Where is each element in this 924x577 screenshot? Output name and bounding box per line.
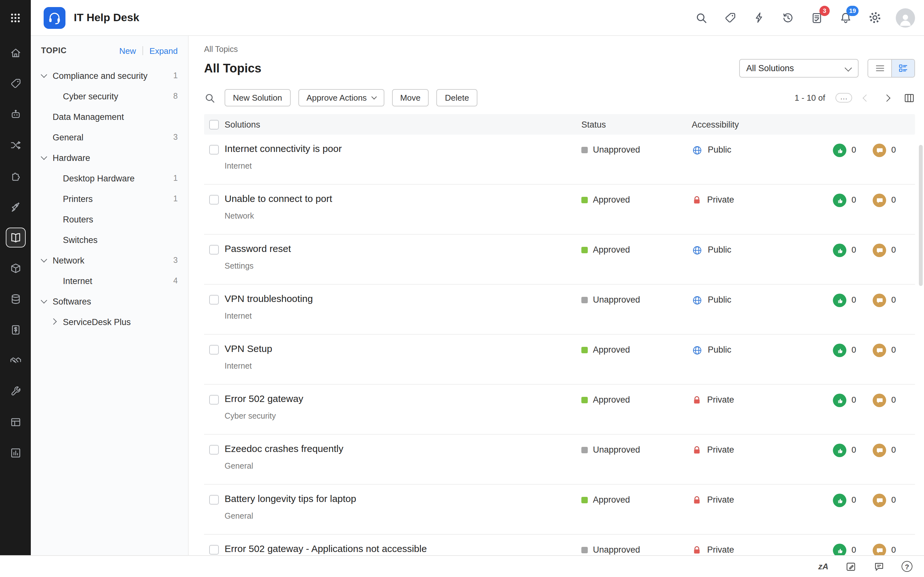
scrollbar[interactable]: [919, 145, 923, 551]
comments-cell[interactable]: 0: [873, 485, 915, 534]
table-row[interactable]: Error 502 gateway Cyber security Approve…: [204, 385, 915, 435]
automation-icon[interactable]: [0, 99, 31, 129]
search-icon[interactable]: [694, 10, 709, 25]
tree-chevron-icon[interactable]: [51, 175, 58, 181]
row-checkbox[interactable]: [209, 545, 219, 554]
table-row[interactable]: VPN Setup Internet Approved Public 0 0: [204, 335, 915, 385]
likes-cell[interactable]: 0: [833, 185, 873, 234]
chat-icon[interactable]: [873, 561, 885, 572]
solution-title[interactable]: Unable to connect to port: [225, 193, 582, 204]
row-checkbox[interactable]: [209, 295, 219, 305]
column-solutions[interactable]: Solutions: [225, 119, 582, 129]
table-row[interactable]: Unable to connect to port Network Approv…: [204, 185, 915, 235]
sidebar-topic-item[interactable]: Switches: [31, 229, 188, 250]
contracts-icon[interactable]: [0, 314, 31, 345]
likes-cell[interactable]: 0: [833, 235, 873, 284]
solution-title[interactable]: VPN troubleshooting: [225, 293, 582, 304]
prev-page-icon[interactable]: [860, 91, 873, 104]
tree-chevron-icon[interactable]: [51, 319, 58, 325]
table-row[interactable]: Internet connectivity is poor Internet U…: [204, 135, 915, 185]
new-topic-link[interactable]: New: [120, 46, 136, 55]
dashboards-icon[interactable]: [0, 406, 31, 437]
solution-title[interactable]: Error 502 gateway: [225, 393, 582, 404]
sidebar-topic-item[interactable]: Data Management: [31, 106, 188, 127]
likes-cell[interactable]: 0: [833, 335, 873, 384]
tree-chevron-icon[interactable]: [51, 195, 58, 202]
apps-grid-icon[interactable]: [10, 0, 21, 36]
releases-icon[interactable]: [0, 191, 31, 222]
comments-cell[interactable]: 0: [873, 235, 915, 284]
purchases-icon[interactable]: [0, 345, 31, 376]
solutions-filter-select[interactable]: All Solutions: [739, 59, 859, 77]
sidebar-topic-item[interactable]: Routers: [31, 209, 188, 229]
sidebar-topic-item[interactable]: Cyber security 8: [31, 86, 188, 106]
table-row[interactable]: Error 502 gateway - Applications not acc…: [204, 535, 915, 555]
notifications-icon[interactable]: 19: [838, 10, 853, 25]
likes-cell[interactable]: 0: [833, 385, 873, 434]
likes-cell[interactable]: 0: [833, 435, 873, 484]
home-icon[interactable]: [0, 37, 31, 68]
requests-icon[interactable]: [0, 68, 31, 99]
table-row[interactable]: Battery longevity tips for laptop Genera…: [204, 485, 915, 535]
tree-chevron-icon[interactable]: [41, 298, 47, 305]
solution-title[interactable]: Error 502 gateway - Applications not acc…: [225, 543, 582, 554]
likes-cell[interactable]: 0: [833, 135, 873, 184]
comments-cell[interactable]: 0: [873, 385, 915, 434]
comments-cell[interactable]: 0: [873, 185, 915, 234]
solution-title[interactable]: Password reset: [225, 243, 582, 254]
delete-button[interactable]: Delete: [437, 89, 477, 106]
likes-cell[interactable]: 0: [833, 535, 873, 555]
table-row[interactable]: Ezeedoc crashes frequently General Unapp…: [204, 435, 915, 485]
solution-title[interactable]: VPN Setup: [225, 343, 582, 354]
integrations-icon[interactable]: [0, 160, 31, 191]
zia-translate-icon[interactable]: zA: [818, 562, 829, 571]
table-row[interactable]: VPN troubleshooting Internet Unapproved …: [204, 285, 915, 335]
sidebar-topic-item[interactable]: Printers 1: [31, 189, 188, 209]
comments-cell[interactable]: 0: [873, 335, 915, 384]
new-solution-button[interactable]: New Solution: [225, 89, 290, 106]
tree-chevron-icon[interactable]: [41, 257, 47, 263]
admin-icon[interactable]: [0, 376, 31, 406]
detail-view-icon[interactable]: [891, 60, 914, 77]
tree-chevron-icon[interactable]: [51, 237, 58, 243]
row-checkbox[interactable]: [209, 495, 219, 504]
row-checkbox[interactable]: [209, 195, 219, 205]
solutions-icon[interactable]: [0, 222, 31, 253]
solution-title[interactable]: Battery longevity tips for laptop: [225, 493, 582, 504]
likes-cell[interactable]: 0: [833, 285, 873, 334]
row-checkbox[interactable]: [209, 145, 219, 155]
select-all-checkbox[interactable]: [209, 119, 219, 129]
comments-cell[interactable]: 0: [873, 135, 915, 184]
row-checkbox[interactable]: [209, 445, 219, 455]
comments-cell[interactable]: 0: [873, 435, 915, 484]
tree-chevron-icon[interactable]: [51, 216, 58, 222]
solution-title[interactable]: Ezeedoc crashes frequently: [225, 443, 582, 454]
column-status[interactable]: Status: [582, 119, 692, 129]
list-view-icon[interactable]: [868, 60, 891, 77]
tag-icon[interactable]: [722, 10, 738, 25]
solution-title[interactable]: Internet connectivity is poor: [225, 143, 582, 154]
lightning-icon[interactable]: [751, 10, 767, 25]
settings-gear-icon[interactable]: [867, 10, 882, 25]
move-button[interactable]: Move: [392, 89, 429, 106]
tree-chevron-icon[interactable]: [51, 277, 58, 284]
feedback-icon[interactable]: [845, 561, 857, 572]
changes-icon[interactable]: [0, 129, 31, 160]
row-checkbox[interactable]: [209, 345, 219, 355]
tree-chevron-icon[interactable]: [41, 73, 47, 79]
row-checkbox[interactable]: [209, 395, 219, 405]
approve-actions-button[interactable]: Approve Actions: [298, 89, 384, 106]
breadcrumb[interactable]: All Topics: [204, 45, 238, 54]
sidebar-topic-item[interactable]: Network 3: [31, 250, 188, 271]
history-icon[interactable]: [780, 10, 796, 25]
sidebar-topic-item[interactable]: Internet 4: [31, 271, 188, 291]
pagination-total-ellipsis[interactable]: …: [835, 93, 852, 103]
expand-link[interactable]: Expand: [150, 46, 178, 55]
cmdb-icon[interactable]: [0, 284, 31, 314]
sidebar-topic-item[interactable]: Hardware: [31, 147, 188, 168]
tree-chevron-icon[interactable]: [51, 93, 58, 99]
table-row[interactable]: Password reset Settings Approved Public …: [204, 235, 915, 285]
sidebar-topic-item[interactable]: Compliance and security 1: [31, 65, 188, 86]
column-chooser-icon[interactable]: [903, 92, 915, 103]
avatar[interactable]: [896, 8, 915, 27]
